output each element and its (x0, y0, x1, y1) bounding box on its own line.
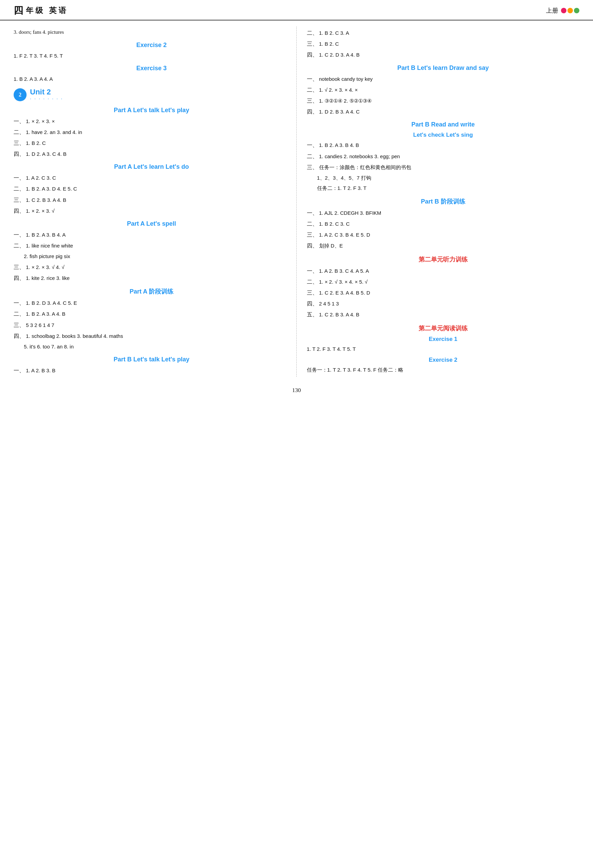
exercise3-answer: 1. B 2. A 3. A 4. A (14, 75, 290, 84)
parta-talk-row2: 二、 1. have 2. an 3. and 4. in (14, 127, 290, 137)
parta-learn-title: Part A Let's learn Let's do (14, 163, 290, 170)
page: 四 年级 英语 上册 3. doors; fans 4. pictures Ex… (0, 0, 593, 868)
decorative-circles (561, 8, 579, 13)
right-top-row3: 四、 1. C 2. D 3. A 4. B (307, 50, 580, 59)
header-left: 四 年级 英语 (14, 4, 68, 17)
left-column: 3. doors; fans 4. pictures Exercise 2 1.… (7, 27, 297, 377)
partb-learn-row1: 一、 notebook candy toy key (307, 74, 580, 84)
reading-ex2-title: Exercise 2 (307, 357, 580, 363)
partb-read-row2: 二、 1. candies 2. notebooks 3. egg; pen (307, 152, 580, 161)
right-column: 二、 1. B 2. C 3. A 三、 1. B 2. C 四、 1. C 2… (297, 27, 587, 377)
partb-learn-row2: 二、 1. √ 2. × 3. × 4. × (307, 85, 580, 94)
partb-stage-row4: 四、 划掉 D、E (307, 241, 580, 250)
partb-stage-row3: 三、 1. A 2. C 3. B 4. E 5. D (307, 230, 580, 239)
partb-stage-row1: 一、 1. AJL 2. CDEGH 3. BFIKM (307, 208, 580, 217)
parta-learn-row1: 一、 1. A 2. C 3. C (14, 173, 290, 182)
listening-row5: 五、 1. C 2. B 3. A 4. B (307, 310, 580, 319)
unit-label-group: Unit 2 · · · · · · · · (30, 88, 63, 102)
unit-circle: 2 (14, 88, 26, 101)
unit-dots: · · · · · · · · (30, 96, 63, 102)
content-area: 3. doors; fans 4. pictures Exercise 2 1.… (0, 27, 593, 377)
parta-spell-row2b: 2. fish picture pig six (24, 252, 290, 261)
right-top-row2: 三、 1. B 2. C (307, 39, 580, 49)
parta-learn-row3: 三、 1. C 2. B 3. A 4. B (14, 195, 290, 205)
parta-stage-row4: 四、 1. schoolbag 2. books 3. beautiful 4.… (14, 331, 290, 341)
unit2-badge: 2 Unit 2 · · · · · · · · (14, 88, 290, 102)
parta-stage-row3: 三、 5 3 2 6 1 4 7 (14, 320, 290, 330)
reading-title: 第二单元阅读训练 (307, 324, 580, 332)
partb-read-row3b: 1、2、3、4、5、7 打钩 (317, 174, 580, 182)
parta-spell-title: Part A Let's spell (14, 220, 290, 227)
circle-1 (561, 8, 567, 13)
exercise3-title: Exercise 3 (14, 65, 290, 72)
right-top-row1: 二、 1. B 2. C 3. A (307, 28, 580, 37)
parta-stage-title: Part A 阶段训练 (14, 287, 290, 295)
partb-learn-row4: 四、 1. D 2. B 3. A 4. C (307, 107, 580, 116)
reading-ex1-row: 1. T 2. F 3. T 4. T 5. T (307, 345, 580, 354)
unit-label: Unit 2 (30, 88, 51, 96)
parta-talk-title: Part A Let's talk Let's play (14, 107, 290, 114)
partb-read-row1: 一、 1. B 2. A 3. B 4. B (307, 140, 580, 150)
parta-stage-row2: 二、 1. B 2. A 3. A 4. B (14, 309, 290, 319)
partb-learn-row3: 三、 1. ③②①④ 2. ⑤②①③④ (307, 96, 580, 105)
parta-spell-row3: 三、 1. × 2. × 3. √ 4. √ (14, 263, 290, 272)
parta-talk-row1: 一、 1. × 2. × 3. × (14, 117, 290, 126)
parta-talk-row4: 四、 1. D 2. A 3. C 4. B (14, 149, 290, 158)
grade-label: 四 (14, 4, 23, 17)
partb-stage-row2: 二、 1. B 2. C 3. C (307, 219, 580, 229)
parta-learn-row2: 二、 1. B 2. A 3. D 4. E 5. C (14, 184, 290, 193)
listening-row4: 四、 2 4 5 1 3 (307, 299, 580, 308)
circle-2 (568, 8, 573, 13)
parta-talk-row3: 三、 1. B 2. C (14, 139, 290, 148)
reading-ex2-row: 任务一：1. T 2. T 3. F 4. T 5. F 任务二：略 (307, 366, 580, 374)
partb-talk-row1: 一、 1. A 2. B 3. B (14, 366, 290, 375)
partb-read-title: Part B Read and write (307, 121, 580, 128)
partb-talk-title: Part B Let's talk Let's play (14, 356, 290, 363)
exercise2-title: Exercise 2 (14, 41, 290, 49)
volume-label: 上册 (546, 6, 558, 15)
header-right: 上册 (546, 6, 579, 15)
partb-check-title: Let's check Let's sing (307, 131, 580, 139)
parta-stage-row4b: 5. it's 6. too 7. an 8. in (24, 342, 290, 351)
parta-spell-row2: 二、 1. like nice fine white (14, 241, 290, 250)
exercise2-answer: 1. F 2. T 3. T 4. F 5. T (14, 52, 290, 61)
circle-3 (574, 8, 579, 13)
partb-read-row3c: 任务二：1. T 2. F 3. T (317, 184, 580, 193)
partb-read-row3: 三、 任务一：涂颜色：红色和黄色相间的书包 (307, 162, 580, 172)
listening-row3: 三、 1. C 2. E 3. A 4. B 5. D (307, 288, 580, 297)
parta-spell-row1: 一、 1. B 2. A 3. B 4. A (14, 230, 290, 239)
unit-number: 2 (19, 92, 21, 98)
partb-learn-title: Part B Let's learn Draw and say (307, 65, 580, 72)
listening-row1: 一、 1. A 2. B 3. C 4. A 5. A (307, 266, 580, 276)
page-number: 130 (0, 387, 593, 401)
listening-title: 第二单元听力训练 (307, 255, 580, 264)
parta-stage-row1: 一、 1. B 2. D 3. A 4. C 5. E (14, 298, 290, 307)
listening-row2: 二、 1. × 2. √ 3. × 4. × 5. √ (307, 277, 580, 286)
partb-stage-title: Part B 阶段训练 (307, 198, 580, 205)
parta-learn-row4: 四、 1. × 2. × 3. √ (14, 206, 290, 216)
reading-ex1-title: Exercise 1 (307, 336, 580, 342)
page-header: 四 年级 英语 上册 (0, 0, 593, 21)
parta-spell-row4: 四、 1. kite 2. rice 3. like (14, 273, 290, 283)
subject-label: 年级 英语 (26, 6, 68, 16)
top-continuation-line: 3. doors; fans 4. pictures (14, 28, 290, 37)
